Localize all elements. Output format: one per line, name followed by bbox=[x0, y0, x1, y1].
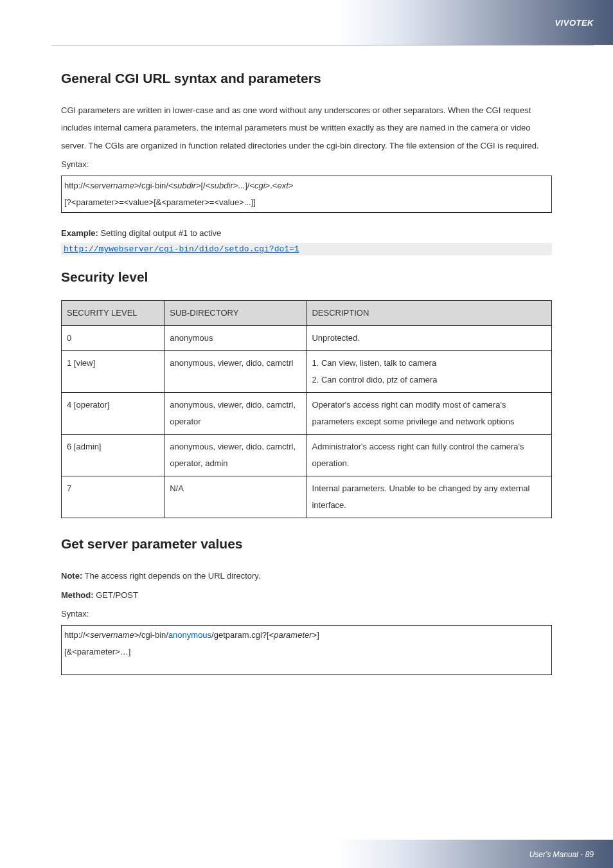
syntax-text: >] bbox=[312, 630, 319, 640]
cell: 4 [operator] bbox=[62, 393, 164, 435]
cell: anonymous bbox=[164, 326, 306, 351]
syntax-text: >[/< bbox=[196, 181, 210, 190]
cell: 1 [view] bbox=[62, 351, 164, 393]
note-text: The access right depends on the URL dire… bbox=[82, 571, 260, 581]
section2-heading: Security level bbox=[61, 269, 552, 285]
example-url[interactable]: http://mywebserver/cgi-bin/dido/setdo.cg… bbox=[61, 243, 552, 255]
syntax-text: >.< bbox=[265, 181, 278, 190]
th-sub-directory: SUB-DIRECTORY bbox=[164, 301, 306, 326]
cell: 0 bbox=[62, 326, 164, 351]
syntax-label-2: Syntax: bbox=[61, 605, 552, 622]
syntax-var: subdir bbox=[173, 181, 195, 190]
page-content: General CGI URL syntax and parameters CG… bbox=[61, 71, 552, 687]
table-row: 7 N/A Internal parameters. Unable to be … bbox=[62, 476, 552, 518]
cell: Internal parameters. Unable to be change… bbox=[306, 476, 552, 518]
syntax-var: cgi bbox=[254, 181, 265, 190]
cell-line: 2. Can control dido, ptz of camera bbox=[312, 372, 546, 388]
footer-band: User's Manual - 89 bbox=[0, 840, 613, 868]
section3-heading: Get server parameter values bbox=[61, 536, 552, 552]
footer-page-label: User's Manual - 89 bbox=[529, 850, 594, 859]
syntax-box-2: http://<servername>/cgi-bin/anonymous/ge… bbox=[61, 625, 552, 675]
security-table: SECURITY LEVEL SUB-DIRECTORY DESCRIPTION… bbox=[61, 300, 552, 518]
cell: anonymous, viewer, dido, camctrl bbox=[164, 351, 306, 393]
section1-paragraph: CGI parameters are written in lower-case… bbox=[61, 102, 552, 154]
cell: anonymous, viewer, dido, camctrl, operat… bbox=[164, 435, 306, 476]
syntax-text: >...]/< bbox=[233, 181, 254, 190]
method-line: Method: GET/POST bbox=[61, 586, 552, 604]
syntax-text: http://< bbox=[64, 181, 90, 190]
cell: Unprotected. bbox=[306, 326, 552, 351]
syntax-anon: anonymous bbox=[168, 630, 211, 640]
syntax-label-1: Syntax: bbox=[61, 156, 552, 173]
note-line: Note: The access right depends on the UR… bbox=[61, 567, 552, 584]
syntax-var: servername bbox=[90, 181, 134, 190]
syntax-text: http://< bbox=[64, 630, 90, 640]
table-row: 1 [view] anonymous, viewer, dido, camctr… bbox=[62, 351, 552, 393]
brand-label: VIVOTEK bbox=[555, 18, 594, 28]
cell: 1. Can view, listen, talk to camera 2. C… bbox=[306, 351, 552, 393]
syntax-var: subdir bbox=[210, 181, 233, 190]
syntax-var: servername bbox=[90, 630, 134, 640]
syntax-line1: http://<servername>/cgi-bin/<subdir>[/<s… bbox=[64, 177, 549, 194]
syntax-line2: [?<parameter>=<value>[&<parameter>=<valu… bbox=[64, 194, 549, 211]
header-band: VIVOTEK bbox=[0, 0, 613, 45]
cell: anonymous, viewer, dido, camctrl, operat… bbox=[164, 393, 306, 435]
example-line: Example: Setting digital output #1 to ac… bbox=[61, 224, 552, 242]
syntax-var: ext bbox=[277, 181, 288, 190]
table-row: 0 anonymous Unprotected. bbox=[62, 326, 552, 351]
table-header-row: SECURITY LEVEL SUB-DIRECTORY DESCRIPTION bbox=[62, 301, 552, 326]
cell: Administrator's access right can fully c… bbox=[306, 435, 552, 476]
method-label: Method: bbox=[61, 590, 94, 600]
syntax2-line2: [&<parameter>…] bbox=[64, 644, 549, 660]
syntax-var: parameter bbox=[274, 630, 312, 640]
syntax-box-1: http://<servername>/cgi-bin/<subdir>[/<s… bbox=[61, 176, 552, 213]
example-text: Setting digital output #1 to active bbox=[98, 228, 222, 238]
cell: 6 [admin] bbox=[62, 435, 164, 476]
syntax-text: /getparam.cgi?[< bbox=[211, 630, 274, 640]
section1-heading: General CGI URL syntax and parameters bbox=[61, 71, 552, 86]
syntax-text: >/cgi-bin/< bbox=[134, 181, 173, 190]
header-rule bbox=[51, 45, 594, 46]
cell: N/A bbox=[164, 476, 306, 518]
syntax2-line1: http://<servername>/cgi-bin/anonymous/ge… bbox=[64, 627, 549, 644]
example-label: Example: bbox=[61, 228, 98, 238]
cell: 7 bbox=[62, 476, 164, 518]
syntax-text: > bbox=[289, 181, 294, 190]
cell-line: 1. Can view, listen, talk to camera bbox=[312, 355, 546, 372]
th-security-level: SECURITY LEVEL bbox=[62, 301, 164, 326]
cell: Operator's access right can modify most … bbox=[306, 393, 552, 435]
th-description: DESCRIPTION bbox=[306, 301, 552, 326]
syntax-text: >/cgi-bin/ bbox=[134, 630, 168, 640]
table-row: 4 [operator] anonymous, viewer, dido, ca… bbox=[62, 393, 552, 435]
method-text: GET/POST bbox=[94, 590, 138, 600]
table-row: 6 [admin] anonymous, viewer, dido, camct… bbox=[62, 435, 552, 476]
note-label: Note: bbox=[61, 571, 82, 581]
